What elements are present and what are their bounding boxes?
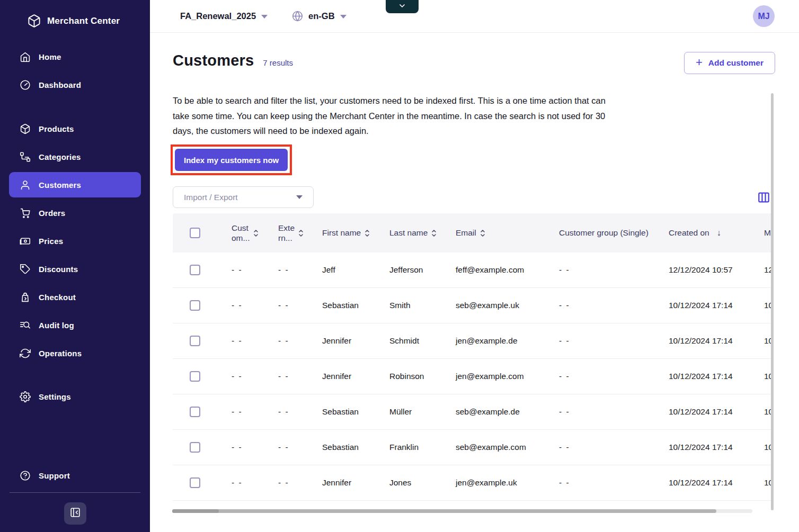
results-count: 7 results [263,58,293,67]
table-row[interactable]: - -- -JenniferRobinsonjen@example.com- -… [173,359,771,394]
sidebar-item-customers[interactable]: Customers [9,172,141,197]
horizontal-scrollbar-thumb[interactable] [172,509,716,513]
horizontal-scrollbar[interactable] [172,509,752,513]
sidebar-item-audit-log[interactable]: Audit log [9,312,141,338]
locale-selector[interactable]: en-GB [292,11,347,22]
column-header-created-on[interactable]: Created on↓ [659,213,754,253]
sidebar-item-discounts[interactable]: Discounts [9,256,141,282]
cell-customer-group: - - [549,288,659,323]
sort-toggle-icon[interactable] [298,229,304,238]
column-header-last-name[interactable]: Last name [380,213,446,253]
cell-select [173,253,219,287]
chevron-down-icon [296,195,303,199]
cell-customer-group: - - [549,359,659,394]
sidebar-item-orders[interactable]: Orders [9,200,141,226]
cell-external-id: - - [266,394,313,429]
index-notice-text: To be able to search and filter the list… [173,93,607,139]
sidebar-bottom: Support [0,462,150,532]
cell-first-name: Jeff [313,253,380,287]
cell-select [173,288,219,323]
cell-first-name: Sebastian [313,288,380,323]
cell-created-on: 12/12/2024 10:57 [659,253,754,287]
sidebar-item-settings[interactable]: Settings [9,384,141,410]
select-all-checkbox[interactable] [190,228,200,238]
cell-created-on: 10/12/2024 17:14 [659,288,754,323]
cell-customer-group: - - [549,430,659,465]
sort-toggle-icon[interactable] [253,229,259,238]
row-checkbox[interactable] [190,300,200,311]
plus-icon: + [696,57,703,68]
operations-icon [19,347,31,359]
add-customer-button[interactable]: + Add customer [684,52,775,74]
column-header-external-id[interactable]: Extern... [266,213,313,253]
sort-toggle-icon[interactable] [431,229,437,238]
checkout-icon [19,291,31,303]
row-checkbox[interactable] [190,371,200,382]
dashboard-icon [19,79,31,91]
panel-collapse-icon [69,507,81,520]
row-checkbox[interactable] [190,477,200,488]
red-highlight-annotation: Index my customers now [171,145,292,175]
cell-customer-number: - - [219,394,266,429]
vertical-scrollbar[interactable] [771,93,774,510]
column-header-customer-number[interactable]: Custom... [219,213,266,253]
table-row[interactable]: - -- -SebastianFranklinseb@example.com- … [173,430,771,465]
sidebar-item-dashboard[interactable]: Dashboard [9,73,141,98]
chevron-down-icon [261,15,268,19]
cell-email: seb@example.com [446,430,549,465]
table-row[interactable]: - -- -JenniferJonesjen@example.uk- -10/1… [173,465,771,501]
column-header-customer-group[interactable]: Customer group (Single) [549,213,659,253]
index-customers-button[interactable]: Index my customers now [175,149,288,171]
chevron-down-icon [398,2,406,12]
cell-last-name: Smith [380,288,446,323]
sidebar-item-checkout[interactable]: Checkout [9,284,141,310]
row-checkbox[interactable] [190,442,200,453]
cell-email: jen@example.de [446,323,549,358]
column-header-modified-on[interactable]: Mo [754,213,771,253]
column-header-email[interactable]: Email [446,213,549,253]
table-row[interactable]: - -- -SebastianMüllerseb@example.de- -10… [173,394,771,430]
row-checkbox[interactable] [190,265,200,275]
cell-created-on: 10/12/2024 17:14 [659,430,754,465]
sort-toggle-icon[interactable] [480,229,485,238]
sidebar-item-operations[interactable]: Operations [9,340,141,366]
support-icon [19,470,31,481]
cell-email: feff@example.com [446,253,549,287]
settings-icon [19,391,31,403]
app-root: Merchant Center Home Dashboard Products … [0,0,799,532]
brand-title: Merchant Center [47,16,120,26]
cell-last-name: Müller [380,394,446,429]
cell-modified-on: 10/ [754,430,771,465]
row-checkbox[interactable] [190,407,200,417]
avatar[interactable]: MJ [753,5,775,27]
sidebar-item-prices[interactable]: Prices [9,228,141,254]
cell-modified-on: 10/ [754,323,771,358]
sidebar-item-support[interactable]: Support [9,463,141,488]
cell-customer-group: - - [549,253,659,287]
sidebar-item-products[interactable]: Products [9,116,141,141]
column-manager-button[interactable] [758,192,769,203]
cell-first-name: Jennifer [313,323,380,358]
cell-email: jen@example.uk [446,465,549,500]
column-header-first-name[interactable]: First name [313,213,380,253]
sidebar-collapse-button[interactable] [64,502,86,525]
cell-last-name: Schmidt [380,323,446,358]
sidebar-item-home[interactable]: Home [9,44,141,70]
table-row[interactable]: - -- -JenniferSchmidtjen@example.de- -10… [173,323,771,359]
table-row[interactable]: - -- -JeffJeffersonfeff@example.com- -12… [173,253,771,288]
topbar: FA_Renewal_2025 en-GB MJ [150,0,799,33]
table-row[interactable]: - -- -SebastianSmithseb@example.uk- -10/… [173,288,771,323]
row-checkbox[interactable] [190,336,200,346]
sort-toggle-icon[interactable] [365,229,370,238]
cell-modified-on: 12/ [754,253,771,287]
notification-tray-toggle[interactable] [386,0,419,13]
sidebar-item-categories[interactable]: Categories [9,144,141,169]
project-selector[interactable]: FA_Renewal_2025 [180,11,268,21]
horizontal-scrollbar-subthumb[interactable] [172,509,219,513]
cell-created-on: 10/12/2024 17:14 [659,359,754,394]
cell-external-id: - - [266,359,313,394]
merchant-center-logo-icon [27,14,41,28]
import-export-dropdown[interactable]: Import / Export [173,186,314,208]
avatar-initials: MJ [758,12,769,21]
products-icon [19,123,31,134]
